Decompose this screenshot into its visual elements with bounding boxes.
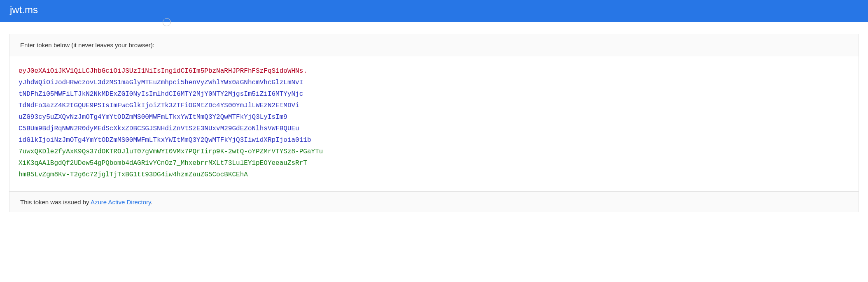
token-payload-segment: C5BUm9BdjRqNWN2R0dyMEdScXkxZDBCSGJSNHdiZ… <box>19 123 849 134</box>
issuer-link[interactable]: Azure Active Directory <box>91 199 151 206</box>
token-signature-segment: hmB5LvZgm8Kv-T2g6c72jglTjTxBG1tt93DG4iw4… <box>19 169 849 180</box>
token-signature-segment: 7uwxQKDle2fyAxK9Qs37dOKTROJluT07gVmWYI0V… <box>19 146 849 157</box>
token-payload-segment: TdNdFo3azZ4K2tGQUE9PSIsImFwcGlkIjoiZTk3Z… <box>19 100 849 111</box>
loading-spinner-icon <box>163 18 171 26</box>
main-container: Enter token below (it never leaves your … <box>0 22 868 192</box>
issuer-info: This token was issued by Azure Active Di… <box>9 192 859 212</box>
token-payload-segment: uZG93cy5uZXQvNzJmOTg4YmYtODZmMS00MWFmLTk… <box>19 111 849 123</box>
app-header: jwt.ms <box>0 0 868 22</box>
token-payload-segment: idGlkIjoiNzJmOTg4YmYtODZmMS00MWFmLTkxYWI… <box>19 134 849 146</box>
input-label: Enter token below (it never leaves your … <box>9 34 859 56</box>
token-payload-segment: yJhdWQiOiJodHRwczovL3dzMS1maGlyMTEuZmhpc… <box>19 77 849 88</box>
token-payload-segment: tNDFhZi05MWFiLTJkN2NkMDExZGI0NyIsImlhdCI… <box>19 88 849 100</box>
token-header-segment: eyJ0eXAiOiJKV1QiLCJhbGciOiJSUzI1NiIsIng1… <box>19 65 849 77</box>
token-signature-segment: XiK3qAAlBgdQf2UDew54gPQbomb4dAGR1vYCnOz7… <box>19 157 849 169</box>
token-panel: Enter token below (it never leaves your … <box>9 34 859 192</box>
app-title: jwt.ms <box>10 4 38 15</box>
token-input[interactable]: eyJ0eXAiOiJKV1QiLCJhbGciOiJSUzI1NiIsIng1… <box>9 56 859 191</box>
issuer-prefix: This token was issued by <box>20 199 91 206</box>
issuer-suffix: . <box>151 199 152 206</box>
